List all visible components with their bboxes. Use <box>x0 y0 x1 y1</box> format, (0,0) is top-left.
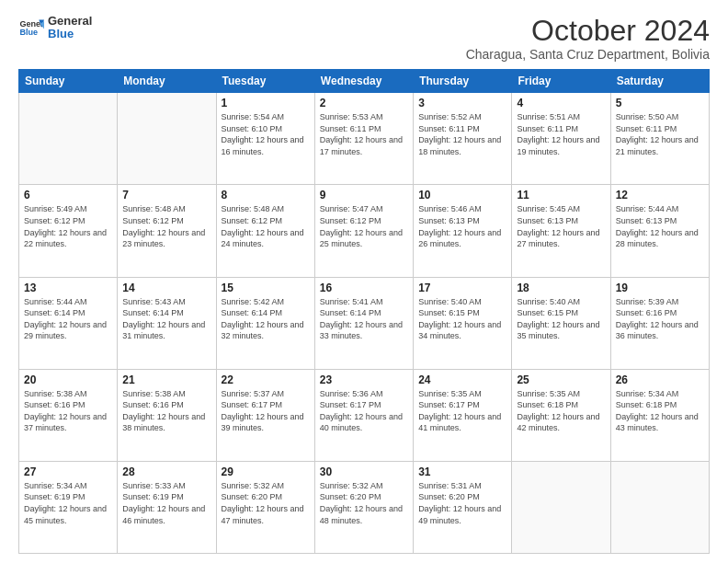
calendar-cell: 12Sunrise: 5:44 AM Sunset: 6:13 PM Dayli… <box>610 185 709 277</box>
day-number: 8 <box>222 189 310 201</box>
day-info: Sunrise: 5:40 AM Sunset: 6:15 PM Dayligh… <box>517 296 605 342</box>
calendar-cell: 10Sunrise: 5:46 AM Sunset: 6:13 PM Dayli… <box>414 185 512 277</box>
calendar-cell: 8Sunrise: 5:48 AM Sunset: 6:12 PM Daylig… <box>216 185 314 277</box>
day-number: 4 <box>517 97 605 109</box>
day-info: Sunrise: 5:45 AM Sunset: 6:13 PM Dayligh… <box>517 203 605 249</box>
calendar-cell: 14Sunrise: 5:43 AM Sunset: 6:14 PM Dayli… <box>118 277 216 369</box>
day-number: 13 <box>24 282 112 294</box>
day-number: 25 <box>517 373 605 386</box>
day-number: 24 <box>418 373 506 386</box>
day-header-tuesday: Tuesday <box>216 70 314 93</box>
calendar-cell: 9Sunrise: 5:47 AM Sunset: 6:12 PM Daylig… <box>314 185 413 277</box>
day-number: 14 <box>122 282 210 294</box>
day-info: Sunrise: 5:35 AM Sunset: 6:17 PM Dayligh… <box>418 388 506 434</box>
day-number: 19 <box>616 282 704 294</box>
day-info: Sunrise: 5:47 AM Sunset: 6:12 PM Dayligh… <box>320 203 408 249</box>
day-info: Sunrise: 5:41 AM Sunset: 6:14 PM Dayligh… <box>320 296 408 342</box>
day-number: 16 <box>320 282 408 294</box>
calendar-cell: 6Sunrise: 5:49 AM Sunset: 6:12 PM Daylig… <box>19 185 118 277</box>
day-header-monday: Monday <box>118 70 216 93</box>
calendar-cell: 25Sunrise: 5:35 AM Sunset: 6:18 PM Dayli… <box>512 369 610 461</box>
day-number: 11 <box>517 189 605 201</box>
day-info: Sunrise: 5:38 AM Sunset: 6:16 PM Dayligh… <box>122 388 210 434</box>
day-number: 15 <box>222 282 310 294</box>
calendar-cell: 22Sunrise: 5:37 AM Sunset: 6:17 PM Dayli… <box>216 369 314 461</box>
calendar-cell <box>19 93 118 185</box>
logo-blue-text: Blue <box>48 28 92 40</box>
day-number: 23 <box>320 373 408 386</box>
week-row-2: 6Sunrise: 5:49 AM Sunset: 6:12 PM Daylig… <box>19 185 710 277</box>
calendar-cell <box>610 461 709 553</box>
day-number: 1 <box>222 97 310 109</box>
day-header-wednesday: Wednesday <box>314 70 413 93</box>
day-info: Sunrise: 5:53 AM Sunset: 6:11 PM Dayligh… <box>320 111 408 157</box>
calendar-cell: 20Sunrise: 5:38 AM Sunset: 6:16 PM Dayli… <box>19 369 118 461</box>
day-number: 29 <box>222 465 310 478</box>
day-header-thursday: Thursday <box>414 70 512 93</box>
calendar-cell: 7Sunrise: 5:48 AM Sunset: 6:12 PM Daylig… <box>118 185 216 277</box>
day-number: 10 <box>418 189 506 201</box>
header-row: SundayMondayTuesdayWednesdayThursdayFrid… <box>19 70 710 93</box>
day-info: Sunrise: 5:40 AM Sunset: 6:15 PM Dayligh… <box>418 296 506 342</box>
logo-icon: General Blue <box>18 15 44 40</box>
day-info: Sunrise: 5:44 AM Sunset: 6:14 PM Dayligh… <box>24 296 112 342</box>
calendar-cell: 30Sunrise: 5:32 AM Sunset: 6:20 PM Dayli… <box>314 461 413 553</box>
calendar-cell: 3Sunrise: 5:52 AM Sunset: 6:11 PM Daylig… <box>414 93 512 185</box>
calendar-cell: 19Sunrise: 5:39 AM Sunset: 6:16 PM Dayli… <box>610 277 709 369</box>
day-number: 26 <box>616 373 704 386</box>
day-info: Sunrise: 5:32 AM Sunset: 6:20 PM Dayligh… <box>222 480 310 526</box>
day-info: Sunrise: 5:48 AM Sunset: 6:12 PM Dayligh… <box>122 203 210 249</box>
day-number: 12 <box>616 189 704 201</box>
calendar-cell: 2Sunrise: 5:53 AM Sunset: 6:11 PM Daylig… <box>314 93 413 185</box>
month-title: October 2024 <box>466 15 710 47</box>
day-info: Sunrise: 5:38 AM Sunset: 6:16 PM Dayligh… <box>24 388 112 434</box>
logo-general-text: General <box>48 15 92 28</box>
title-block: October 2024 Charagua, Santa Cruz Depart… <box>466 15 710 62</box>
day-info: Sunrise: 5:33 AM Sunset: 6:19 PM Dayligh… <box>122 480 210 526</box>
calendar-cell: 15Sunrise: 5:42 AM Sunset: 6:14 PM Dayli… <box>216 277 314 369</box>
day-number: 22 <box>222 373 310 386</box>
calendar-cell: 11Sunrise: 5:45 AM Sunset: 6:13 PM Dayli… <box>512 185 610 277</box>
day-info: Sunrise: 5:37 AM Sunset: 6:17 PM Dayligh… <box>222 388 310 434</box>
day-info: Sunrise: 5:46 AM Sunset: 6:13 PM Dayligh… <box>418 203 506 249</box>
day-info: Sunrise: 5:34 AM Sunset: 6:19 PM Dayligh… <box>24 480 112 526</box>
day-header-sunday: Sunday <box>19 70 118 93</box>
day-header-saturday: Saturday <box>610 70 709 93</box>
calendar-cell: 18Sunrise: 5:40 AM Sunset: 6:15 PM Dayli… <box>512 277 610 369</box>
week-row-1: 1Sunrise: 5:54 AM Sunset: 6:10 PM Daylig… <box>19 93 710 185</box>
day-info: Sunrise: 5:50 AM Sunset: 6:11 PM Dayligh… <box>616 111 704 157</box>
calendar-cell: 13Sunrise: 5:44 AM Sunset: 6:14 PM Dayli… <box>19 277 118 369</box>
day-number: 28 <box>122 465 210 478</box>
calendar-cell: 4Sunrise: 5:51 AM Sunset: 6:11 PM Daylig… <box>512 93 610 185</box>
svg-text:Blue: Blue <box>19 29 38 38</box>
day-number: 20 <box>24 373 112 386</box>
day-info: Sunrise: 5:51 AM Sunset: 6:11 PM Dayligh… <box>517 111 605 157</box>
day-number: 7 <box>122 189 210 201</box>
calendar-cell: 31Sunrise: 5:31 AM Sunset: 6:20 PM Dayli… <box>414 461 512 553</box>
calendar-cell: 5Sunrise: 5:50 AM Sunset: 6:11 PM Daylig… <box>610 93 709 185</box>
day-info: Sunrise: 5:31 AM Sunset: 6:20 PM Dayligh… <box>418 480 506 526</box>
day-number: 30 <box>320 465 408 478</box>
day-info: Sunrise: 5:52 AM Sunset: 6:11 PM Dayligh… <box>418 111 506 157</box>
week-row-4: 20Sunrise: 5:38 AM Sunset: 6:16 PM Dayli… <box>19 369 710 461</box>
calendar-cell: 27Sunrise: 5:34 AM Sunset: 6:19 PM Dayli… <box>19 461 118 553</box>
day-info: Sunrise: 5:32 AM Sunset: 6:20 PM Dayligh… <box>320 480 408 526</box>
calendar-cell: 24Sunrise: 5:35 AM Sunset: 6:17 PM Dayli… <box>414 369 512 461</box>
day-number: 27 <box>24 465 112 478</box>
calendar-cell: 1Sunrise: 5:54 AM Sunset: 6:10 PM Daylig… <box>216 93 314 185</box>
day-info: Sunrise: 5:34 AM Sunset: 6:18 PM Dayligh… <box>616 388 704 434</box>
calendar-cell <box>512 461 610 553</box>
day-info: Sunrise: 5:35 AM Sunset: 6:18 PM Dayligh… <box>517 388 605 434</box>
logo: General Blue General Blue <box>18 15 92 41</box>
week-row-5: 27Sunrise: 5:34 AM Sunset: 6:19 PM Dayli… <box>19 461 710 553</box>
day-info: Sunrise: 5:54 AM Sunset: 6:10 PM Dayligh… <box>222 111 310 157</box>
day-info: Sunrise: 5:49 AM Sunset: 6:12 PM Dayligh… <box>24 203 112 249</box>
day-info: Sunrise: 5:36 AM Sunset: 6:17 PM Dayligh… <box>320 388 408 434</box>
calendar-cell: 16Sunrise: 5:41 AM Sunset: 6:14 PM Dayli… <box>314 277 413 369</box>
day-number: 6 <box>24 189 112 201</box>
day-number: 2 <box>320 97 408 109</box>
week-row-3: 13Sunrise: 5:44 AM Sunset: 6:14 PM Dayli… <box>19 277 710 369</box>
day-info: Sunrise: 5:43 AM Sunset: 6:14 PM Dayligh… <box>122 296 210 342</box>
calendar-cell: 21Sunrise: 5:38 AM Sunset: 6:16 PM Dayli… <box>118 369 216 461</box>
day-number: 21 <box>122 373 210 386</box>
